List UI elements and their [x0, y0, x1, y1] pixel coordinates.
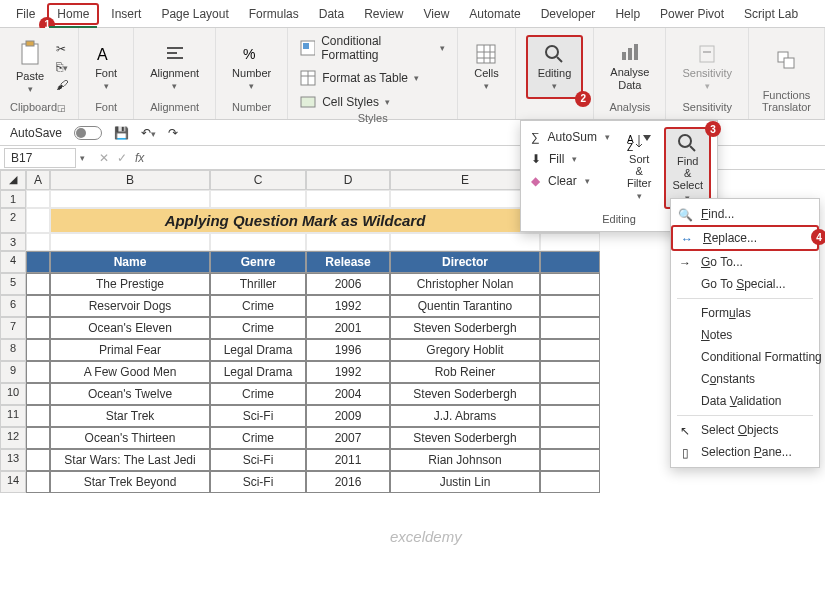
- cell[interactable]: Sci-Fi: [210, 449, 306, 471]
- analyse-data-button[interactable]: Analyse Data: [604, 38, 655, 94]
- cell[interactable]: [26, 233, 50, 251]
- cell[interactable]: [540, 427, 600, 449]
- select-all-corner[interactable]: ◢: [0, 170, 26, 190]
- tab-view[interactable]: View: [416, 3, 458, 25]
- cell[interactable]: Name: [50, 251, 210, 273]
- autosave-toggle[interactable]: [74, 126, 102, 140]
- row-header[interactable]: 3: [0, 233, 26, 251]
- cell[interactable]: The Prestige: [50, 273, 210, 295]
- cell[interactable]: [26, 295, 50, 317]
- row-header[interactable]: 13: [0, 449, 26, 471]
- cell[interactable]: Legal Drama: [210, 361, 306, 383]
- cell[interactable]: Rob Reiner: [390, 361, 540, 383]
- cell[interactable]: Release: [306, 251, 390, 273]
- number-button[interactable]: % Number▾: [226, 39, 277, 95]
- cell[interactable]: [50, 190, 210, 208]
- cell[interactable]: 1992: [306, 295, 390, 317]
- cell[interactable]: [540, 273, 600, 295]
- cell[interactable]: Quentin Tarantino: [390, 295, 540, 317]
- conditional-formatting-button[interactable]: Conditional Formatting▾: [298, 32, 447, 64]
- cell[interactable]: [540, 317, 600, 339]
- cell[interactable]: Thriller: [210, 273, 306, 295]
- cell[interactable]: Steven Soderbergh: [390, 383, 540, 405]
- col-header-E[interactable]: E: [390, 170, 540, 190]
- col-header-D[interactable]: D: [306, 170, 390, 190]
- copy-icon[interactable]: ⎘▾: [56, 60, 68, 74]
- tab-file[interactable]: File: [8, 3, 43, 25]
- tab-review[interactable]: Review: [356, 3, 411, 25]
- col-header-C[interactable]: C: [210, 170, 306, 190]
- tab-power-pivot[interactable]: Power Pivot: [652, 3, 732, 25]
- cell[interactable]: [540, 471, 600, 493]
- cell[interactable]: [540, 449, 600, 471]
- cell[interactable]: [540, 361, 600, 383]
- row-header[interactable]: 12: [0, 427, 26, 449]
- menu-notes[interactable]: Notes: [671, 324, 819, 346]
- font-button[interactable]: A Font▾: [89, 39, 123, 95]
- title-cell[interactable]: Applying Question Mark as Wildcard: [50, 208, 540, 233]
- alignment-button[interactable]: Alignment▾: [144, 39, 205, 95]
- row-header[interactable]: 6: [0, 295, 26, 317]
- cell[interactable]: A Few Good Men: [50, 361, 210, 383]
- cell[interactable]: [306, 190, 390, 208]
- cell[interactable]: Sci-Fi: [210, 405, 306, 427]
- row-header[interactable]: 10: [0, 383, 26, 405]
- namebox-dropdown-icon[interactable]: ▾: [76, 153, 89, 163]
- cell[interactable]: [26, 405, 50, 427]
- redo-icon[interactable]: ↷: [168, 126, 178, 140]
- cell[interactable]: Crime: [210, 295, 306, 317]
- cell[interactable]: [540, 251, 600, 273]
- undo-icon[interactable]: ↶▾: [141, 126, 156, 140]
- find-select-button[interactable]: Find & Select▾ 3: [664, 127, 711, 209]
- row-header[interactable]: 14: [0, 471, 26, 493]
- format-painter-icon[interactable]: 🖌: [56, 78, 68, 92]
- cell[interactable]: [26, 383, 50, 405]
- menu-find[interactable]: 🔍Find...: [671, 203, 819, 225]
- save-icon[interactable]: 💾: [114, 126, 129, 140]
- cell[interactable]: 2006: [306, 273, 390, 295]
- row-header[interactable]: 4: [0, 251, 26, 273]
- menu-constants[interactable]: Constants: [671, 368, 819, 390]
- cell[interactable]: Ocean's Twelve: [50, 383, 210, 405]
- cell[interactable]: Crime: [210, 317, 306, 339]
- tab-help[interactable]: Help: [607, 3, 648, 25]
- clear-button[interactable]: ◆Clear ▾: [527, 171, 614, 191]
- tab-page-layout[interactable]: Page Layout: [153, 3, 236, 25]
- cell[interactable]: Sci-Fi: [210, 471, 306, 493]
- cell[interactable]: [540, 405, 600, 427]
- menu-data-validation[interactable]: Data Validation: [671, 390, 819, 412]
- cell[interactable]: Star Wars: The Last Jedi: [50, 449, 210, 471]
- cell[interactable]: [26, 190, 50, 208]
- menu-selection-pane[interactable]: ▯Selection Pane...: [671, 441, 819, 463]
- cell[interactable]: [26, 361, 50, 383]
- cut-icon[interactable]: ✂: [56, 42, 68, 56]
- cell[interactable]: [390, 190, 540, 208]
- cell[interactable]: Primal Fear: [50, 339, 210, 361]
- cell[interactable]: [26, 449, 50, 471]
- cell[interactable]: 2009: [306, 405, 390, 427]
- cell[interactable]: [26, 471, 50, 493]
- formula-bar[interactable]: ✕ ✓ fx: [89, 151, 154, 165]
- cell[interactable]: Crime: [210, 427, 306, 449]
- menu-replace[interactable]: ↔Replace... 4: [671, 225, 819, 251]
- sensitivity-button[interactable]: Sensitivity▾: [676, 39, 738, 95]
- cell[interactable]: [26, 273, 50, 295]
- menu-formulas[interactable]: Formulas: [671, 302, 819, 324]
- cell[interactable]: Justin Lin: [390, 471, 540, 493]
- cell[interactable]: [26, 339, 50, 361]
- tab-automate[interactable]: Automate: [461, 3, 528, 25]
- fx-icon[interactable]: fx: [135, 151, 144, 165]
- cell[interactable]: Steven Soderbergh: [390, 427, 540, 449]
- menu-select-objects[interactable]: ↖Select Objects: [671, 419, 819, 441]
- cell[interactable]: [26, 317, 50, 339]
- cell[interactable]: J.J. Abrams: [390, 405, 540, 427]
- cell[interactable]: Director: [390, 251, 540, 273]
- cell[interactable]: Genre: [210, 251, 306, 273]
- cell[interactable]: [540, 233, 600, 251]
- cell[interactable]: 2016: [306, 471, 390, 493]
- cell[interactable]: 1996: [306, 339, 390, 361]
- cell[interactable]: Crime: [210, 383, 306, 405]
- col-header-A[interactable]: A: [26, 170, 50, 190]
- cell[interactable]: [26, 427, 50, 449]
- cell[interactable]: 2004: [306, 383, 390, 405]
